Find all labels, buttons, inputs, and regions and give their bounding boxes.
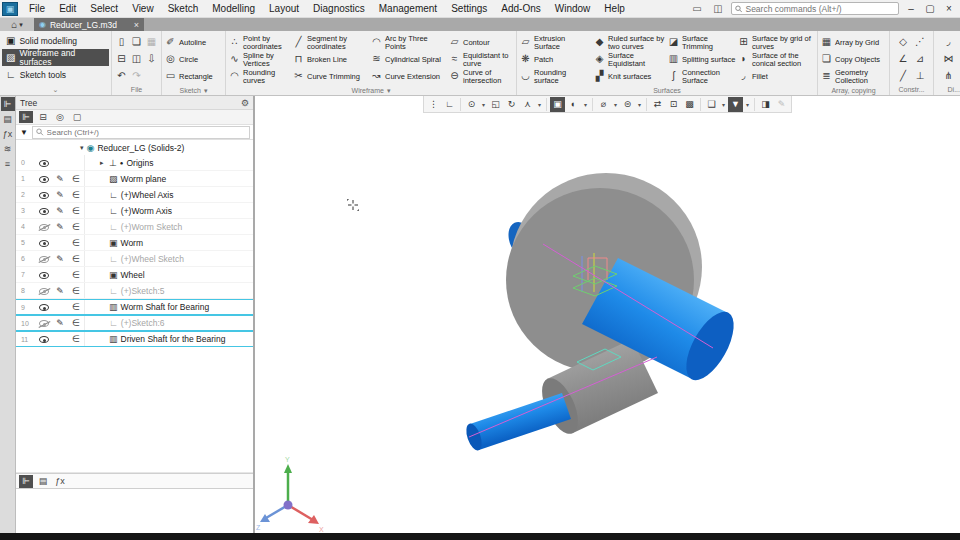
tree-row-driven-shaft[interactable]: 11 ∈ ▥Driven Shaft for the Bearing bbox=[16, 331, 253, 347]
circle-button[interactable]: ◎ Circle bbox=[165, 51, 222, 68]
image-quality-icon[interactable]: ▩ bbox=[682, 97, 697, 112]
clip-caret-icon[interactable]: ▾ bbox=[636, 101, 643, 108]
dimension-icon-1[interactable]: ◞ bbox=[947, 36, 951, 47]
edit-pencil-icon[interactable]: ✎ bbox=[52, 286, 68, 296]
contour-button[interactable]: ▱Contour bbox=[449, 34, 513, 51]
filter-caret-icon[interactable]: ▾ bbox=[744, 101, 751, 108]
fillet-button[interactable]: ◞Fillet bbox=[738, 68, 814, 85]
construction-icon-3[interactable]: ∠ bbox=[899, 53, 908, 64]
undo-icon[interactable]: ↶ bbox=[117, 70, 125, 81]
edit-pencil-icon[interactable]: ✎ bbox=[52, 206, 68, 216]
maximize-button[interactable]: ▢ bbox=[923, 3, 937, 14]
tree-row-worm[interactable]: 5 ∈ ▣Worm bbox=[16, 235, 253, 251]
include-icon[interactable]: ∈ bbox=[68, 222, 84, 232]
arc-by-three-points-button[interactable]: ◠Arc by Three Points bbox=[371, 34, 447, 51]
include-icon[interactable]: ∈ bbox=[68, 286, 84, 296]
rectangle-button[interactable]: ▭ Rectangle bbox=[165, 68, 222, 85]
include-icon[interactable]: ∈ bbox=[68, 238, 84, 248]
save-icon[interactable]: ▦ bbox=[147, 36, 156, 47]
menu-modelling[interactable]: Modelling bbox=[205, 0, 262, 18]
zoom-caret-icon[interactable]: ▾ bbox=[480, 101, 487, 108]
copy-objects-button[interactable]: ❏Copy Objects bbox=[821, 51, 886, 68]
menu-file[interactable]: File bbox=[22, 0, 52, 18]
equidistant-to-curve-button[interactable]: ≈Equidistant to curve bbox=[449, 51, 513, 68]
visibility-eye-icon[interactable] bbox=[36, 238, 52, 248]
knit-surfaces-button[interactable]: ▞Knit surfaces bbox=[594, 68, 666, 85]
splitting-surface-button[interactable]: ▥Splitting surface bbox=[668, 51, 736, 68]
visibility-eye-icon[interactable] bbox=[36, 302, 52, 312]
orientation-cube-icon[interactable]: ▣ bbox=[550, 97, 565, 112]
display-mode-icon[interactable]: ◐ bbox=[566, 97, 581, 112]
parameters-panel-icon[interactable]: ▤ bbox=[1, 112, 15, 126]
print-icon[interactable]: ⊟ bbox=[117, 53, 125, 64]
chevron-down-icon[interactable]: ▾ bbox=[19, 21, 23, 29]
extrusion-surface-button[interactable]: ▱Extrusion Surface bbox=[520, 34, 592, 51]
patch-button[interactable]: ❋Patch bbox=[520, 51, 592, 68]
menu-window[interactable]: Window bbox=[548, 0, 598, 18]
tree-row-wheel-sketch[interactable]: 6 ✎ ∈ ∟(+)Wheel Sketch bbox=[16, 251, 253, 267]
visibility-eye-icon[interactable] bbox=[36, 270, 52, 280]
visibility-eye-off-icon[interactable] bbox=[36, 254, 52, 264]
visibility-eye-off-icon[interactable] bbox=[36, 222, 52, 232]
construction-icon-2[interactable]: ⋰ bbox=[915, 36, 925, 47]
clipboard-caret-icon[interactable]: ▾ bbox=[720, 101, 727, 108]
point-by-coordinates-button[interactable]: ∴Point by coordinates bbox=[229, 34, 291, 51]
include-icon[interactable]: ∈ bbox=[68, 254, 84, 264]
parameters-view-icon[interactable]: ▤ bbox=[36, 475, 50, 488]
edit-pencil-icon[interactable]: ✎ bbox=[52, 318, 68, 328]
include-icon[interactable]: ∈ bbox=[68, 302, 84, 312]
rotate-view-icon[interactable]: ↻ bbox=[504, 97, 519, 112]
filter-icon[interactable]: ▼ bbox=[728, 97, 743, 112]
tree-row-wheel[interactable]: 7 ∈ ▣Wheel bbox=[16, 267, 253, 283]
tab-close-icon[interactable]: × bbox=[134, 20, 139, 30]
include-icon[interactable]: ∈ bbox=[68, 174, 84, 184]
command-search-input[interactable] bbox=[745, 4, 895, 14]
geometry-collection-button[interactable]: ≣Geometry Collection bbox=[821, 68, 886, 85]
menu-settings[interactable]: Settings bbox=[444, 0, 494, 18]
visibility-eye-off-icon[interactable] bbox=[36, 286, 52, 296]
worm-shaft-cylinder[interactable] bbox=[470, 393, 571, 450]
connection-surface-button[interactable]: ʃConnection Surface bbox=[668, 68, 736, 85]
tree-row-worm-plane[interactable]: 1 ✎ ∈ ▨Worm plane bbox=[16, 171, 253, 187]
visibility-eye-off-icon[interactable] bbox=[36, 318, 52, 328]
tree-root[interactable]: ▾ ◉ Reducer_LG (Solids-2) bbox=[16, 140, 253, 155]
include-icon[interactable]: ∈ bbox=[68, 334, 84, 344]
tree-row-worm-axis[interactable]: 3 ✎ ∈ ∟(+)Worm Axis bbox=[16, 203, 253, 219]
menu-addons[interactable]: Add-Ons bbox=[494, 0, 547, 18]
tree-row-sketch5[interactable]: 8 ✎ ∈ ∟(+)Sketch:5 bbox=[16, 283, 253, 299]
array-by-grid-button[interactable]: ▦Array by Grid bbox=[821, 34, 886, 51]
filter-funnel-icon[interactable]: ▼ bbox=[16, 128, 32, 137]
visibility-eye-icon[interactable] bbox=[36, 334, 52, 344]
fit-all-icon[interactable]: ◱ bbox=[488, 97, 503, 112]
save-as-icon[interactable]: ⇩ bbox=[147, 53, 155, 64]
conical-section-surface-button[interactable]: ◗Surface of the conical section bbox=[738, 51, 814, 68]
curve-extension-button[interactable]: ↝Curve Extension bbox=[371, 68, 447, 85]
surface-trimming-button[interactable]: ◪Surface Trimming bbox=[668, 34, 736, 51]
segment-by-coordinates-button[interactable]: ╱Segment by coordinates bbox=[293, 34, 369, 51]
menu-layout[interactable]: Layout bbox=[262, 0, 306, 18]
surface-equidistant-button[interactable]: ◈Surface Equidistant bbox=[594, 51, 666, 68]
visibility-eye-icon[interactable] bbox=[36, 158, 52, 168]
construction-icon-1[interactable]: ◇ bbox=[899, 36, 907, 47]
rounding-curves-button[interactable]: ◠Rounding curves bbox=[229, 68, 291, 85]
broken-line-button[interactable]: ⊓Broken Line bbox=[293, 51, 369, 68]
preview-icon[interactable]: ◫ bbox=[132, 53, 141, 64]
dimension-icon-5[interactable]: ⋔ bbox=[944, 70, 952, 81]
layers-panel-icon[interactable]: ≋ bbox=[1, 142, 15, 156]
construction-icon-4[interactable]: ⊿ bbox=[916, 53, 924, 64]
construction-icon-5[interactable]: ╱ bbox=[900, 70, 906, 81]
annotation-pen-icon[interactable]: ✎ bbox=[774, 97, 789, 112]
clipboard-icon[interactable]: ❑ bbox=[704, 97, 719, 112]
include-icon[interactable]: ∈ bbox=[68, 318, 84, 328]
sketch-plane-icon[interactable]: ∟ bbox=[442, 97, 457, 112]
minimize-button[interactable]: – bbox=[904, 3, 918, 14]
menu-diagnostics[interactable]: Diagnostics bbox=[306, 0, 372, 18]
display-caret-icon[interactable]: ▾ bbox=[582, 101, 589, 108]
menu-select[interactable]: Select bbox=[83, 0, 125, 18]
hide-caret-icon[interactable]: ▾ bbox=[612, 101, 619, 108]
curve-trimming-button[interactable]: ✂Curve Trimming bbox=[293, 68, 369, 85]
ruled-surface-button[interactable]: ◆Ruled surface by two curves bbox=[594, 34, 666, 51]
orientation-axes-icon[interactable]: ⋏ bbox=[520, 97, 535, 112]
clip-section-icon[interactable]: ⊜ bbox=[620, 97, 635, 112]
menu-management[interactable]: Management bbox=[372, 0, 444, 18]
